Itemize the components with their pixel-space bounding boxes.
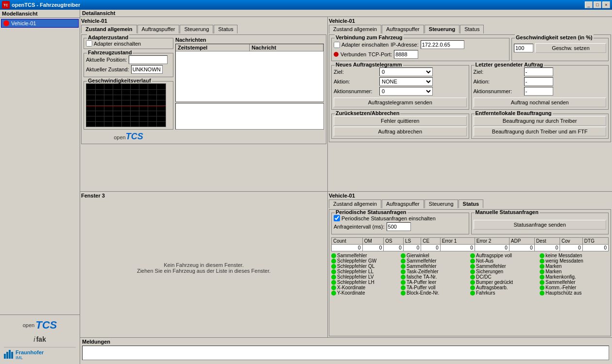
- status-bumper: Bumper gedrückt: [470, 280, 539, 285]
- letzter-ziel-input[interactable]: [524, 67, 553, 76]
- meldungen-input[interactable]: [82, 346, 609, 360]
- val-ls: 0: [403, 245, 421, 251]
- periodische-checkbox-label[interactable]: Periodische Statusanfragen einschalten: [334, 215, 467, 221]
- nachrichten-table: Zeitstempel Nachricht: [175, 44, 324, 102]
- zustand-input[interactable]: [131, 65, 163, 74]
- auftrag-abbrechen-button[interactable]: Auftrag abbrechen: [334, 127, 467, 136]
- status-marken-1: Marken: [540, 264, 609, 269]
- status-schleppfehler-lv: Schleppfehler LV: [331, 274, 400, 280]
- image-preview: [175, 103, 324, 130]
- ip-input[interactable]: [421, 40, 464, 49]
- statusanfrage-button[interactable]: Statusanfrage senden: [474, 220, 607, 230]
- geschwindigkeit-input[interactable]: [514, 44, 533, 52]
- periodische-checkbox[interactable]: [334, 215, 340, 221]
- br-tab-steuerung[interactable]: Steuerung: [425, 199, 458, 208]
- svg-text:TC: TC: [3, 3, 8, 7]
- status-x-koordinate: X-Koordinate: [331, 285, 400, 290]
- letzter-auftrag-section: Letzter gesendeter Auftrag Ziel: Aktion:…: [471, 65, 609, 110]
- status-task-zeitfehler: Task-Zeitfehler: [401, 269, 470, 274]
- maximize-button[interactable]: □: [594, 1, 601, 8]
- light-14: [401, 280, 406, 285]
- main-container: Modellansicht Vehicle-01 open TCS i fak: [0, 10, 612, 364]
- light-29: [540, 275, 544, 280]
- window-controls: _ □ ×: [585, 1, 610, 8]
- val-os: 0: [384, 245, 404, 251]
- nachrichten-body: [176, 51, 323, 100]
- light-17: [470, 253, 475, 258]
- val-count: 0: [332, 245, 363, 251]
- status-hauptschutz: Hauptschütz aus: [540, 290, 609, 296]
- aktion-select[interactable]: NONE: [379, 77, 433, 86]
- verbunden-light: [334, 52, 339, 57]
- val-adp: 0: [509, 245, 534, 251]
- status-fahrkurs: Fahrkurs: [470, 290, 539, 296]
- status-sammelfehler-1: Sammelfehler: [331, 253, 400, 258]
- status-falsche-ta-nr: falsche TA-Nr.: [401, 274, 470, 280]
- light-8: [331, 291, 336, 296]
- fehler-quittieren-button[interactable]: Fehler quittieren: [334, 116, 467, 126]
- aktionsnummer-select[interactable]: 0: [379, 87, 433, 96]
- verbindung-checkbox-label[interactable]: Adapter einschalten: [334, 42, 389, 48]
- tab-auftragspuffer[interactable]: Auftragspuffer: [137, 25, 180, 33]
- verbunden-row: Verbunden TCP-Port:: [334, 50, 507, 59]
- fenster3-text2: Ziehen Sie ein Fahrzeug aus der Liste in…: [137, 268, 271, 274]
- adapter-checkbox[interactable]: [86, 40, 92, 47]
- tr-tab-auftrags[interactable]: Auftragspuffer: [382, 25, 424, 33]
- col-count: Count: [332, 238, 363, 245]
- count-table-wrap: Count OM OS LS CE Error 1 Error 2 ADP De…: [331, 237, 609, 251]
- letzter-aktion-input[interactable]: [524, 77, 553, 86]
- light-27: [540, 264, 544, 269]
- light-5: [331, 275, 336, 280]
- top-left-title: Vehicle-01: [81, 18, 326, 24]
- tr-tab-steuerung[interactable]: Steuerung: [425, 25, 459, 33]
- verbunden-text: Verbunden: [340, 51, 366, 57]
- tcp-input[interactable]: [394, 50, 418, 59]
- light-9: [401, 253, 406, 258]
- bottom-right-tabs: Zustand allgemein Auftragspuffer Steueru…: [329, 199, 611, 208]
- detail-header: Detailansicht: [80, 10, 612, 17]
- vehicle-status-dot: [3, 20, 9, 26]
- title-bar: TC openTCS - Fahrzeugtreiber _ □ ×: [0, 0, 612, 10]
- meldungen-section: Meldungen: [80, 337, 612, 364]
- nachrichten-column: Nachrichten Zeitstempel Nachricht: [175, 37, 324, 142]
- tab-status[interactable]: Status: [214, 25, 238, 33]
- nochmal-senden-button[interactable]: Auftrag nochmal senden: [474, 98, 607, 107]
- position-input[interactable]: [129, 55, 168, 64]
- verbindung-checkbox[interactable]: [334, 42, 340, 48]
- tr-tab-status[interactable]: Status: [460, 25, 484, 33]
- treiber-only-button[interactable]: Beauftragung nur durch Treiber: [474, 116, 607, 126]
- intervall-input[interactable]: [387, 222, 411, 231]
- br-tab-status[interactable]: Status: [459, 199, 484, 208]
- light-13: [401, 275, 406, 280]
- ziel-select[interactable]: 0: [379, 67, 433, 76]
- minimize-button[interactable]: _: [585, 1, 593, 8]
- br-tab-auftrags[interactable]: Auftragspuffer: [382, 199, 424, 208]
- tab-zustand-allgemein[interactable]: Zustand allgemein: [81, 25, 137, 33]
- tab-steuerung[interactable]: Steuerung: [180, 25, 213, 33]
- light-2: [331, 259, 336, 264]
- adapter-checkbox-label[interactable]: Adapter einschalten: [86, 40, 171, 47]
- tr-tab-zustand[interactable]: Zustand allgemein: [329, 25, 381, 33]
- tcs-logo: TCS: [35, 319, 57, 331]
- bottom-right-panel: Vehicle-01 Zustand allgemein Auftragspuf…: [328, 192, 612, 337]
- status-col-4: keine Messdaten wenig Messdaten Marken M…: [540, 253, 609, 296]
- light-28: [540, 269, 544, 274]
- status-block-ende: Block-Ende-Nr.: [401, 290, 470, 296]
- letzter-aktionsnummer-input[interactable]: [524, 87, 553, 96]
- aktionsnummer-label: Aktionsnummer:: [334, 88, 377, 94]
- geschwindigkeit-controls: Geschw. setzen: [514, 43, 606, 53]
- close-button[interactable]: ×: [602, 1, 610, 8]
- vehicle-item[interactable]: Vehicle-01: [1, 19, 79, 28]
- auftrag-senden-button[interactable]: Auftragstelegramm senden: [334, 98, 467, 107]
- val-om: 0: [362, 245, 384, 251]
- light-26: [540, 259, 544, 264]
- geschwindigkeit-button[interactable]: Geschw. setzen: [535, 43, 606, 53]
- status-sicherungen: Sicherungen: [470, 269, 539, 274]
- treiber-ftf-button[interactable]: Beauftragung durch Treiber und am FTF: [474, 127, 607, 136]
- top-right-tabs: Zustand allgemein Auftragspuffer Steueru…: [329, 25, 611, 33]
- status-wenig-messdaten: wenig Messdaten: [540, 258, 609, 264]
- letzter-aktion-row: Aktion:: [474, 77, 607, 86]
- light-10: [401, 259, 406, 264]
- svg-rect-4: [9, 350, 11, 359]
- br-tab-zustand[interactable]: Zustand allgemein: [329, 199, 381, 208]
